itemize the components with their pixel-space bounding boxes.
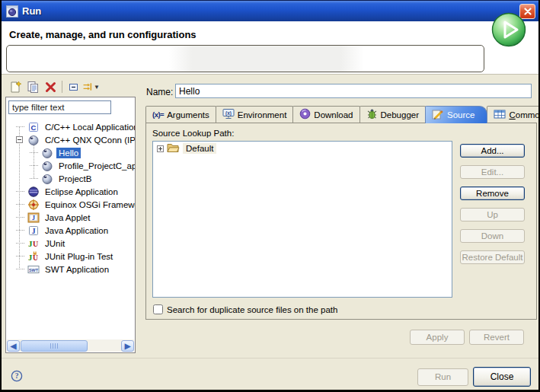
filter-input[interactable] bbox=[8, 100, 111, 114]
svg-text:J: J bbox=[32, 227, 36, 234]
source-lookup-list[interactable]: Default bbox=[152, 141, 452, 298]
debugger-icon bbox=[366, 108, 378, 121]
source-icon bbox=[432, 109, 444, 122]
svg-text:C: C bbox=[31, 123, 37, 131]
tree-item-java-applet[interactable]: J Java Applet bbox=[6, 211, 135, 224]
lookup-item-default[interactable]: Default bbox=[153, 142, 452, 155]
svg-text:?: ? bbox=[15, 372, 19, 380]
scroll-left-icon[interactable]: ◀ bbox=[7, 340, 20, 352]
tab-common[interactable]: Common bbox=[487, 106, 540, 123]
up-button[interactable]: Up bbox=[460, 208, 525, 221]
tree-item-hello[interactable]: Hello bbox=[6, 146, 135, 159]
arguments-icon: (x)= bbox=[152, 110, 164, 119]
collapse-expander-icon[interactable] bbox=[16, 136, 23, 143]
swt-application-icon: SWT bbox=[27, 263, 40, 276]
tree-item-junit-plugin-test[interactable]: JU JUnit Plug-in Test bbox=[6, 250, 135, 263]
eclipse-application-icon bbox=[27, 186, 40, 198]
qnx-application-icon bbox=[41, 147, 53, 159]
title-bar[interactable]: Run bbox=[2, 0, 538, 21]
scrollbar-thumb[interactable] bbox=[21, 340, 88, 352]
expand-expander-icon[interactable] bbox=[157, 145, 164, 152]
header-title: Create, manage, and run configurations bbox=[9, 29, 197, 40]
tree-horizontal-scrollbar[interactable]: ◀ ▶ bbox=[7, 339, 134, 352]
dialog-header: Create, manage, and run configurations bbox=[2, 21, 538, 75]
edit-button[interactable]: Edit... bbox=[460, 165, 525, 179]
source-tab-content: Source Lookup Path: Default Add... Edit.… bbox=[145, 123, 537, 320]
name-label: Name: bbox=[146, 87, 173, 97]
tree-item-cpp-local[interactable]: C C/C++ Local Application bbox=[6, 120, 135, 133]
search-duplicates-label: Search for duplicate source files on the… bbox=[167, 305, 337, 314]
tree-item-junit[interactable]: JU JUnit bbox=[6, 237, 135, 250]
scrollbar-track[interactable] bbox=[20, 340, 121, 352]
toolbar-separator bbox=[62, 81, 62, 93]
tree-item-swt-application[interactable]: SWT SWT Application bbox=[6, 263, 135, 276]
message-area bbox=[6, 45, 484, 72]
search-duplicates-checkbox[interactable] bbox=[153, 304, 163, 314]
tree-item-eclipse-application[interactable]: Eclipse Application bbox=[6, 185, 135, 198]
junit-icon: JU bbox=[27, 237, 40, 250]
filter-icon[interactable]: ▼ bbox=[82, 78, 100, 95]
scrollbar-grip bbox=[50, 343, 59, 349]
green-play-icon[interactable] bbox=[490, 11, 527, 48]
scroll-right-icon[interactable]: ▶ bbox=[121, 340, 134, 352]
tree-item-equinox-osgi[interactable]: Equinox OSGi Framework bbox=[6, 198, 135, 211]
lookup-item-label: Default bbox=[183, 143, 216, 154]
environment-icon: (x) bbox=[222, 108, 235, 121]
folder-icon bbox=[167, 142, 180, 155]
java-applet-icon: J bbox=[27, 212, 40, 224]
window-icon bbox=[6, 5, 18, 18]
tab-download[interactable]: Download bbox=[292, 106, 359, 123]
name-input[interactable] bbox=[175, 84, 532, 98]
duplicate-icon[interactable] bbox=[24, 78, 42, 95]
tree-item-projectb[interactable]: ProjectB bbox=[6, 172, 135, 185]
delete-icon[interactable] bbox=[42, 78, 59, 95]
chevron-down-icon: ▼ bbox=[94, 84, 100, 91]
svg-text:U: U bbox=[33, 240, 38, 248]
banner-gradient bbox=[169, 46, 365, 72]
configurations-tree: C C/C++ Local Application C/C++ QNX QCon… bbox=[5, 97, 136, 353]
svg-text:SWT: SWT bbox=[29, 267, 39, 272]
svg-text:J: J bbox=[28, 253, 32, 262]
tree-item-qnx-qconn[interactable]: C/C++ QNX QConn (IP) bbox=[6, 133, 135, 146]
tab-source[interactable]: Source bbox=[425, 106, 487, 123]
qnx-application-icon bbox=[41, 160, 53, 172]
revert-button[interactable]: Revert bbox=[469, 330, 524, 345]
collapse-all-icon[interactable] bbox=[65, 78, 82, 95]
junit-plugin-icon: JU bbox=[27, 250, 40, 263]
configurations-toolbar: ▼ bbox=[7, 78, 100, 96]
svg-text:U: U bbox=[33, 254, 38, 262]
qnx-application-icon bbox=[27, 134, 40, 146]
tree-rows: C C/C++ Local Application C/C++ QNX QCon… bbox=[6, 120, 135, 276]
tab-strip: (x)= Arguments (x) Environment Download … bbox=[145, 107, 537, 123]
tab-arguments[interactable]: (x)= Arguments bbox=[145, 106, 216, 123]
remove-button[interactable]: Remove bbox=[460, 186, 525, 200]
restore-default-button[interactable]: Restore Default bbox=[460, 250, 525, 264]
svg-text:(x): (x) bbox=[225, 110, 232, 116]
tree-item-profile-projectc[interactable]: Profile_ProjectC_app bbox=[6, 159, 135, 172]
tab-environment[interactable]: (x) Environment bbox=[216, 106, 294, 123]
apply-button[interactable]: Apply bbox=[410, 330, 465, 345]
equinox-framework-icon bbox=[27, 199, 40, 211]
c-application-icon: C bbox=[27, 121, 40, 133]
dialog-footer: ? Run Close bbox=[2, 358, 538, 390]
down-button[interactable]: Down bbox=[460, 229, 525, 243]
svg-text:J: J bbox=[32, 215, 35, 221]
java-application-icon: J bbox=[27, 225, 40, 237]
add-button[interactable]: Add... bbox=[460, 144, 525, 158]
window-title: Run bbox=[22, 5, 41, 17]
run-dialog: Run Create, manage, and run configuratio… bbox=[0, 0, 540, 392]
source-lookup-path-label: Source Lookup Path: bbox=[152, 129, 234, 138]
close-button[interactable]: Close bbox=[473, 367, 531, 387]
help-icon[interactable]: ? bbox=[11, 370, 23, 382]
tab-debugger[interactable]: Debugger bbox=[359, 106, 427, 123]
tree-item-java-application[interactable]: J Java Application bbox=[6, 224, 135, 237]
download-icon bbox=[299, 108, 311, 121]
qnx-application-icon bbox=[41, 173, 53, 185]
common-icon bbox=[494, 109, 506, 121]
run-button[interactable]: Run bbox=[417, 368, 468, 386]
new-config-icon[interactable] bbox=[7, 78, 24, 95]
